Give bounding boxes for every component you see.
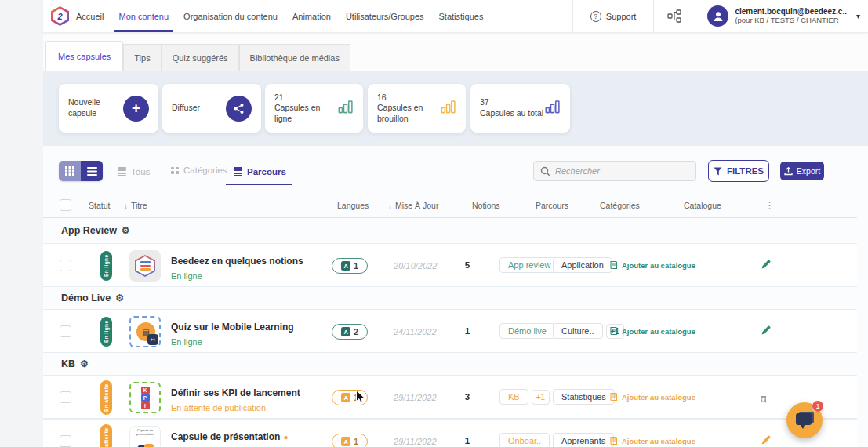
filter-categories[interactable]: Catégories (171, 165, 227, 175)
chevron-down-icon[interactable]: ▾ (856, 12, 860, 20)
tab-quiz-suggeres[interactable]: Quiz suggérés (162, 44, 239, 71)
tab-mes-capsules[interactable]: Mes capsules (45, 41, 123, 71)
status-pill: En ligne (100, 251, 112, 281)
bar-chart-icon (441, 100, 456, 117)
capsule-title: Capsule de présentation (171, 431, 280, 442)
draft-count: 16 (377, 93, 441, 104)
parcours-chip[interactable]: App review (499, 257, 559, 273)
nav-item-organisation[interactable]: Organisation du contenu (183, 0, 278, 32)
add-to-catalog-link[interactable]: Ajouter au catalogue (609, 436, 695, 445)
col-mise-a-jour[interactable]: ↓Mise À Jour (388, 201, 438, 210)
capsule-row[interactable]: En attente K P I Définir ses KPI de lanc… (43, 375, 857, 419)
languages-count: 1 (354, 394, 358, 402)
main-nav: Accueil Mon contenu Organisation du cont… (76, 0, 483, 32)
category-chip[interactable]: Application (553, 257, 612, 273)
diffuser-card[interactable]: Diffuser (162, 84, 261, 133)
nav-item-animation[interactable]: Animation (292, 0, 331, 32)
parcours-chip[interactable]: KB (499, 389, 528, 405)
share-icon[interactable] (226, 96, 252, 122)
chat-notification-badge: 1 (812, 400, 824, 412)
edit-button[interactable] (761, 434, 772, 447)
filtres-button[interactable]: FILTRES (708, 160, 769, 182)
col-notions: Notions (472, 201, 500, 210)
category-chip[interactable]: Statistiques (553, 389, 615, 405)
funnel-icon (714, 167, 722, 176)
support-button[interactable]: ? Support (572, 0, 654, 32)
gear-icon[interactable]: ⚙ (122, 225, 130, 236)
capsule-thumbnail (129, 250, 161, 282)
category-chip[interactable]: Apprenants (553, 433, 614, 447)
category-chip[interactable]: Culture.. (553, 323, 603, 339)
column-options-kebab-icon[interactable]: ⋮ (764, 199, 775, 211)
nav-item-utilisateurs[interactable]: Utilisateurs/Groupes (346, 0, 424, 32)
parcours-chip[interactable]: Démo live (499, 323, 555, 339)
capsule-row[interactable]: En ligne Beedeez en quelques notions En … (43, 243, 857, 287)
add-to-catalog-link[interactable]: Ajouter au catalogue (609, 326, 695, 336)
col-titre[interactable]: ↓Titre (124, 201, 147, 210)
view-toggle (59, 161, 103, 181)
bookmark-star-icon: ★ (761, 396, 766, 403)
row-checkbox[interactable] (60, 260, 71, 271)
group-header-app-review: App Review⚙ (43, 218, 857, 243)
bookmark-button[interactable]: ★ (761, 391, 766, 405)
row-checkbox[interactable] (60, 391, 71, 403)
grid-icon (65, 166, 74, 176)
emoji-dot: ● (283, 433, 288, 442)
question-icon: ? (590, 11, 601, 22)
languages-count: 1 (354, 438, 358, 446)
nav-item-statistiques[interactable]: Statistiques (439, 0, 484, 32)
catalog-icon (609, 392, 619, 402)
updated-date: 29/11/2022 (394, 437, 437, 446)
languages-badge: A 1 (332, 390, 368, 405)
total-label: Capsules au total (480, 108, 543, 118)
list-view-button[interactable] (81, 161, 103, 181)
capsule-row[interactable]: En attente Capsule de présentation Capsu… (43, 419, 857, 447)
tab-tips[interactable]: Tips (123, 44, 161, 71)
parcours-chip[interactable]: Onboar.. (499, 433, 550, 447)
total-count: 37 (480, 97, 543, 108)
user-menu[interactable]: clement.bocquin@beedeez.c.. (pour KB / T… (695, 0, 868, 32)
gear-icon[interactable]: ⚙ (115, 293, 124, 303)
capsule-row[interactable]: En ligne ▤ ✂ Quiz sur le Mobile Learning… (43, 309, 857, 353)
col-catalogue: Catalogue (684, 201, 721, 210)
capsule-thumbnail: ▤ ✂ (129, 316, 161, 347)
languages-badge: A 1 (332, 258, 368, 274)
beedeez-logo[interactable]: 2 (51, 6, 69, 26)
capsule-title: Beedeez en quelques notions (171, 256, 303, 267)
avatar (707, 5, 728, 27)
new-capsule-card[interactable]: Nouvelle capsule + (59, 84, 158, 133)
capsule-status: En ligne (171, 271, 303, 282)
gear-icon[interactable]: ⚙ (80, 358, 89, 369)
row-checkbox[interactable] (60, 325, 71, 337)
grid-view-button[interactable] (59, 161, 81, 181)
group-name: KB (61, 358, 75, 369)
updated-date: 24/11/2022 (394, 327, 437, 336)
export-button[interactable]: Export (780, 162, 824, 180)
catalog-icon (609, 260, 619, 270)
stat-card-draft[interactable]: 16Capsules en brouillon (368, 84, 466, 133)
stat-card-total[interactable]: 37Capsules au total (470, 84, 570, 133)
group-header-demo-live: Démo Live⚙ (43, 287, 857, 309)
translate-icon: A (341, 393, 350, 402)
chat-launcher[interactable]: 1 (786, 402, 823, 438)
notions-count: 5 (459, 260, 476, 270)
row-checkbox[interactable] (60, 435, 71, 447)
add-to-catalog-link[interactable]: Ajouter au catalogue (609, 260, 695, 270)
table-header: Statut ↓Titre Langues ↓Mise À Jour Notio… (43, 193, 857, 218)
filter-parcours[interactable]: Parcours (234, 165, 286, 178)
tab-bibliotheque[interactable]: Bibliothèque de médias (239, 44, 350, 71)
plus-icon[interactable]: + (123, 96, 149, 122)
parcours-more-chip[interactable]: +1 (532, 390, 550, 405)
nav-item-mon-contenu[interactable]: Mon contenu (118, 0, 169, 32)
search-icon (540, 166, 550, 176)
edit-button[interactable] (761, 325, 772, 339)
filter-tous[interactable]: Tous (118, 165, 150, 178)
org-switch-button[interactable] (653, 0, 695, 32)
select-all-checkbox[interactable] (60, 199, 71, 211)
scissors-icon: ✂ (147, 334, 158, 345)
add-to-catalog-link[interactable]: Ajouter au catalogue (609, 392, 695, 402)
search-input[interactable] (555, 166, 681, 176)
stat-card-online[interactable]: 21Capsules en ligne (265, 84, 363, 133)
edit-button[interactable] (761, 259, 772, 273)
nav-item-accueil[interactable]: Accueil (76, 0, 104, 32)
